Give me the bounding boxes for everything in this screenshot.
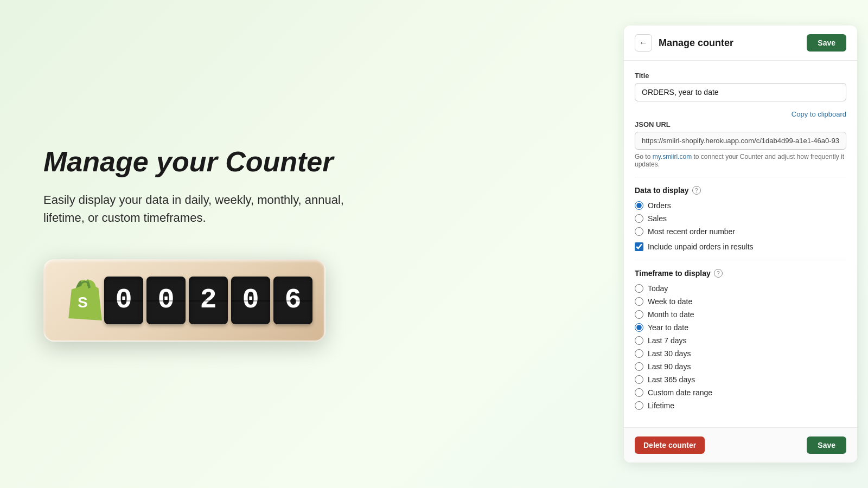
timeframe-radio-today[interactable] bbox=[635, 284, 643, 293]
timeframe-section-header: Timeframe to display ? bbox=[635, 269, 846, 278]
timeframe-radio-last-90[interactable] bbox=[635, 362, 643, 371]
digit-block: 6 bbox=[273, 277, 312, 324]
data-radio-item: Most recent order number bbox=[635, 227, 846, 236]
unpaid-checkbox[interactable] bbox=[635, 242, 643, 251]
timeframe-radio-label-week-to-date: Week to date bbox=[648, 297, 692, 306]
digit-block: 0 bbox=[231, 277, 270, 324]
hero-title: Manage your Counter bbox=[43, 146, 580, 177]
timeframe-radio-label-custom: Custom date range bbox=[648, 388, 712, 397]
timeframe-radio-label-year-to-date: Year to date bbox=[648, 323, 688, 332]
timeframe-radio-month-to-date[interactable] bbox=[635, 310, 643, 319]
helper-text-before: Go to bbox=[635, 153, 653, 160]
digit-block: 0 bbox=[104, 277, 143, 324]
unpaid-label: Include unpaid orders in results bbox=[648, 242, 754, 251]
card-body: Title Copy to clipboard JSON URL Go to m… bbox=[624, 61, 857, 427]
timeframe-radio-item: Last 90 days bbox=[635, 362, 846, 371]
panel-title: Manage counter bbox=[659, 37, 733, 49]
timeframe-radio-label-month-to-date: Month to date bbox=[648, 310, 694, 319]
delete-button[interactable]: Delete counter bbox=[635, 436, 705, 454]
data-help-icon[interactable]: ? bbox=[692, 186, 701, 195]
title-label: Title bbox=[635, 72, 846, 80]
timeframe-radio-last-7[interactable] bbox=[635, 336, 643, 345]
data-radio-label-sales: Sales bbox=[648, 214, 667, 223]
copy-to-clipboard-link[interactable]: Copy to clipboard bbox=[792, 110, 846, 118]
data-radio-item: Sales bbox=[635, 214, 846, 223]
save-button-top[interactable]: Save bbox=[807, 34, 846, 52]
url-row: Copy to clipboard bbox=[635, 110, 846, 118]
data-radio-group: Orders Sales Most recent order number bbox=[635, 201, 846, 236]
timeframe-radio-label-lifetime: Lifetime bbox=[648, 401, 674, 410]
smiirl-link[interactable]: my.smiirl.com bbox=[653, 153, 692, 160]
shopify-logo: S bbox=[66, 279, 104, 322]
unpaid-checkbox-item: Include unpaid orders in results bbox=[635, 242, 846, 251]
timeframe-radio-item: Week to date bbox=[635, 297, 846, 306]
svg-text:S: S bbox=[78, 294, 88, 311]
left-panel: Manage your Counter Easily display your … bbox=[0, 0, 624, 488]
timeframe-radio-custom[interactable] bbox=[635, 388, 643, 397]
divider-2 bbox=[635, 260, 846, 260]
digit-block: 0 bbox=[146, 277, 186, 324]
title-input[interactable] bbox=[635, 83, 846, 101]
data-radio-sales[interactable] bbox=[635, 214, 643, 223]
timeframe-radio-label-last-365: Last 365 days bbox=[648, 375, 695, 384]
timeframe-radio-last-30[interactable] bbox=[635, 349, 643, 358]
timeframe-radio-item: Last 365 days bbox=[635, 375, 846, 384]
card-footer: Delete counter Save bbox=[624, 427, 857, 463]
data-radio-most-recent[interactable] bbox=[635, 227, 643, 236]
title-field-group: Title bbox=[635, 72, 846, 101]
data-radio-orders[interactable] bbox=[635, 201, 643, 210]
back-button[interactable]: ← bbox=[635, 34, 652, 52]
json-url-input[interactable] bbox=[635, 132, 846, 150]
timeframe-help-icon[interactable]: ? bbox=[714, 269, 723, 278]
timeframe-radio-item: Custom date range bbox=[635, 388, 846, 397]
data-radio-item: Orders bbox=[635, 201, 846, 210]
timeframe-radio-item: Last 30 days bbox=[635, 349, 846, 358]
timeframe-radio-item: Month to date bbox=[635, 310, 846, 319]
card-header: ← Manage counter Save bbox=[624, 25, 857, 61]
data-section-title: Data to display bbox=[635, 186, 689, 195]
data-radio-label-orders: Orders bbox=[648, 201, 671, 210]
counter-display: S 00206 bbox=[43, 259, 326, 342]
timeframe-radio-label-last-7: Last 7 days bbox=[648, 336, 687, 345]
timeframe-radio-item: Last 7 days bbox=[635, 336, 846, 345]
timeframe-radio-lifetime[interactable] bbox=[635, 401, 643, 410]
timeframe-radio-group: Today Week to date Month to date Year to… bbox=[635, 284, 846, 410]
json-url-label: JSON URL bbox=[635, 120, 846, 129]
timeframe-radio-last-365[interactable] bbox=[635, 375, 643, 384]
data-section-header: Data to display ? bbox=[635, 186, 846, 195]
timeframe-radio-item: Today bbox=[635, 284, 846, 293]
timeframe-radio-week-to-date[interactable] bbox=[635, 297, 643, 306]
divider-1 bbox=[635, 177, 846, 177]
header-left: ← Manage counter bbox=[635, 34, 733, 52]
data-radio-label-most-recent: Most recent order number bbox=[648, 227, 735, 236]
digit-block: 2 bbox=[189, 277, 228, 324]
timeframe-radio-label-today: Today bbox=[648, 284, 668, 293]
panel-card: ← Manage counter Save Title Copy to clip… bbox=[624, 25, 857, 463]
helper-text: Go to my.smiirl.com to connect your Coun… bbox=[635, 153, 846, 168]
timeframe-radio-label-last-90: Last 90 days bbox=[648, 362, 691, 371]
timeframe-radio-item: Lifetime bbox=[635, 401, 846, 410]
timeframe-radio-label-last-30: Last 30 days bbox=[648, 349, 691, 358]
save-button-bottom[interactable]: Save bbox=[807, 436, 846, 454]
timeframe-radio-year-to-date[interactable] bbox=[635, 323, 643, 332]
timeframe-radio-item: Year to date bbox=[635, 323, 846, 332]
json-url-field-group: Copy to clipboard JSON URL Go to my.smii… bbox=[635, 110, 846, 168]
timeframe-section-title: Timeframe to display bbox=[635, 269, 711, 278]
hero-subtitle: Easily display your data in daily, weekl… bbox=[43, 191, 347, 227]
counter-digits: 00206 bbox=[104, 277, 312, 324]
right-panel: ← Manage counter Save Title Copy to clip… bbox=[624, 0, 868, 488]
